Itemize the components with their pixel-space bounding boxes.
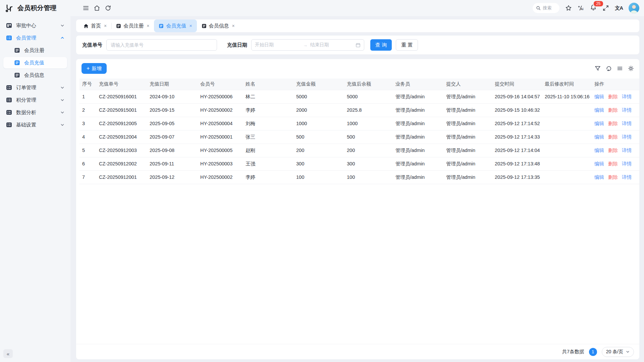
table-cell: 200 xyxy=(293,144,344,157)
search-icon xyxy=(536,6,541,10)
close-icon[interactable]: × xyxy=(104,23,107,29)
sidebar-item-approval-center[interactable]: 审批中心 xyxy=(3,20,67,31)
column-header: 充值日期 xyxy=(147,79,198,90)
table-cell: 管理员/admin xyxy=(443,90,492,103)
row-action-delete[interactable]: 删除 xyxy=(608,94,618,99)
sidebar-item-member-register[interactable]: 会员注册 xyxy=(3,45,67,56)
sidebar-item-data-analysis[interactable]: 数据分析 xyxy=(3,107,67,118)
row-action-detail[interactable]: 详情 xyxy=(622,174,632,180)
row-action-delete[interactable]: 删除 xyxy=(608,161,618,166)
add-button[interactable]: + 新增 xyxy=(82,63,107,74)
table-row: 2CZ-202509150012025-09-15HY-202500002李婷2… xyxy=(79,103,639,117)
recharge-table: 序号充值单号充值日期会员号姓名充值金额充值后余额业务员提交人提交时间最后修改时间… xyxy=(79,79,639,184)
tab-home[interactable]: 首页 × xyxy=(79,19,111,32)
tabbar: 首页 × 会员注册 × 会员充值 × 会员信息 × xyxy=(76,19,639,32)
column-settings-gear-icon[interactable] xyxy=(628,65,634,71)
row-action-detail[interactable]: 详情 xyxy=(622,161,632,166)
table-cell: CZ-20250912003 xyxy=(96,144,147,157)
ai-assistant-icon[interactable]: Ai xyxy=(578,5,584,11)
page-1-button[interactable]: 1 xyxy=(589,348,597,356)
global-search-input[interactable]: 搜索 xyxy=(533,3,559,13)
row-action-detail[interactable]: 详情 xyxy=(622,134,632,140)
person-silhouette-icon xyxy=(629,3,639,13)
table-cell: 2024-09-10 xyxy=(147,90,198,103)
table-cell: 李婷 xyxy=(243,170,293,184)
sidebar-item-member-recharge[interactable]: 会员充值 xyxy=(3,57,67,68)
table-cell: 5 xyxy=(79,144,96,157)
row-action-edit[interactable]: 编辑 xyxy=(594,107,604,113)
row-action-delete[interactable]: 删除 xyxy=(608,134,618,140)
table-cell: 2025-09-11 xyxy=(147,157,198,170)
topbar: 搜索 Ai 25 文A xyxy=(70,0,644,16)
table-cell: CZ-20250912005 xyxy=(96,117,147,130)
row-action-edit[interactable]: 编辑 xyxy=(594,148,604,153)
sidebar-item-label: 会员管理 xyxy=(16,35,60,41)
table-cell: 2025-09-12 17:13:48 xyxy=(492,157,542,170)
row-action-delete[interactable]: 删除 xyxy=(608,121,618,126)
refresh-icon[interactable] xyxy=(105,5,111,11)
tab-member-recharge[interactable]: 会员充值 × xyxy=(154,19,197,32)
close-icon[interactable]: × xyxy=(232,23,235,29)
star-favorite-icon[interactable] xyxy=(565,5,572,11)
close-icon[interactable]: × xyxy=(147,23,149,29)
row-action-delete[interactable]: 删除 xyxy=(608,174,618,180)
end-date-placeholder: 结束日期 xyxy=(310,42,356,48)
table-row: 3CZ-202509120052025-09-05HY-202500004刘梅1… xyxy=(79,117,639,130)
row-action-edit[interactable]: 编辑 xyxy=(594,161,604,166)
language-translate-icon[interactable]: 文A xyxy=(615,5,623,11)
document-list-icon xyxy=(116,23,121,29)
date-range-picker[interactable]: 开始日期 → 结束日期 xyxy=(251,39,364,51)
kanban-icon xyxy=(6,22,12,29)
sidebar-item-member-info[interactable]: 会员信息 xyxy=(3,69,67,81)
checklist-icon xyxy=(6,97,12,103)
refresh-table-icon[interactable] xyxy=(606,65,612,71)
table-cell: 管理员/admin xyxy=(443,117,492,130)
chevron-up-icon xyxy=(60,36,64,40)
page-size-select[interactable]: 20 条/页 xyxy=(602,347,634,357)
home-solid-icon xyxy=(84,23,89,29)
table-cell: HY-202500004 xyxy=(198,117,243,130)
table-cell: 管理员/admin xyxy=(393,90,443,103)
row-actions: 编辑删除详情 xyxy=(592,157,639,170)
row-action-edit[interactable]: 编辑 xyxy=(594,134,604,140)
table-cell: 刘梅 xyxy=(243,117,293,130)
sidebar-item-label: 积分管理 xyxy=(16,97,60,103)
reset-button[interactable]: 重 置 xyxy=(396,39,418,51)
start-date-placeholder: 开始日期 xyxy=(255,42,301,48)
notifications-button[interactable]: 25 xyxy=(590,4,597,12)
home-icon[interactable] xyxy=(94,5,100,11)
row-action-edit[interactable]: 编辑 xyxy=(594,94,604,99)
row-action-detail[interactable]: 详情 xyxy=(622,107,632,113)
table-cell: 3 xyxy=(79,117,96,130)
row-action-edit[interactable]: 编辑 xyxy=(594,174,604,180)
row-actions: 编辑删除详情 xyxy=(592,144,639,157)
sidebar-item-order-management[interactable]: 订单管理 xyxy=(3,82,67,93)
topbar-right: 搜索 Ai 25 文A xyxy=(533,3,639,13)
row-action-detail[interactable]: 详情 xyxy=(622,148,632,153)
close-icon[interactable]: × xyxy=(189,23,192,29)
recharge-no-label: 充值单号 xyxy=(82,42,102,48)
sidebar-item-label: 会员信息 xyxy=(24,72,64,79)
query-button[interactable]: 查 询 xyxy=(370,39,392,51)
sidebar-item-basic-settings[interactable]: 基础设置 xyxy=(3,119,67,131)
tab-member-register[interactable]: 会员注册 × xyxy=(111,19,154,32)
density-icon[interactable] xyxy=(617,65,623,71)
sidebar-item-points-management[interactable]: 积分管理 xyxy=(3,94,67,106)
recharge-no-input[interactable] xyxy=(106,39,217,51)
table-cell: 林二 xyxy=(243,90,293,103)
row-action-delete[interactable]: 删除 xyxy=(608,148,618,153)
sidebar-collapse-button[interactable]: « xyxy=(3,349,13,358)
tab-member-info[interactable]: 会员信息 × xyxy=(197,19,239,32)
table-cell: CZ-20250912001 xyxy=(96,170,147,184)
row-action-detail[interactable]: 详情 xyxy=(622,121,632,126)
table-cell: HY-202500002 xyxy=(198,103,243,117)
menu-toggle-icon[interactable] xyxy=(83,5,89,11)
user-avatar[interactable] xyxy=(629,3,639,13)
filter-funnel-icon[interactable] xyxy=(595,65,601,71)
row-action-delete[interactable]: 删除 xyxy=(608,107,618,113)
row-action-edit[interactable]: 编辑 xyxy=(594,121,604,126)
row-action-detail[interactable]: 详情 xyxy=(622,94,632,99)
fullscreen-icon[interactable] xyxy=(602,5,609,11)
table-cell: 王强 xyxy=(243,157,293,170)
sidebar-item-member-management[interactable]: 会员管理 xyxy=(3,32,67,44)
